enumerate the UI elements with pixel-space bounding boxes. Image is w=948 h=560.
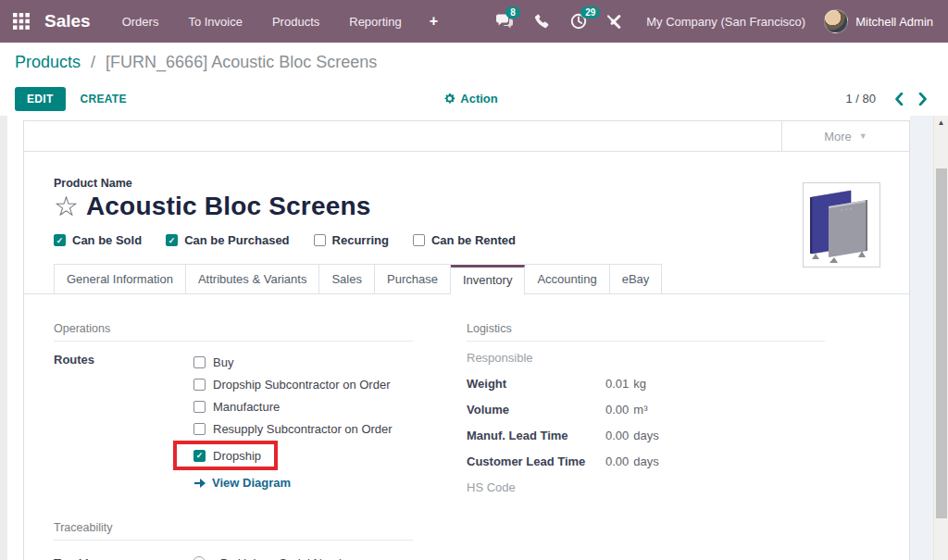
pager-next-button[interactable] (913, 91, 933, 107)
chevron-down-icon: ▼ (859, 131, 867, 141)
checkbox-unchecked-icon (413, 234, 425, 246)
form-sheet: More ▼ (23, 120, 910, 560)
route-dropship-checkbox[interactable]: Dropship (193, 444, 261, 467)
messages-icon[interactable]: 8 (485, 0, 524, 43)
product-title[interactable]: Acoustic Bloc Screens (86, 192, 371, 221)
inventory-tab-content: Operations Routes Buy Dropship Su (54, 294, 909, 560)
radio-unchecked-icon (193, 556, 206, 560)
checkbox-checked-icon (193, 450, 206, 462)
product-name-label: Product Name (54, 177, 909, 190)
arrow-right-icon (193, 478, 206, 489)
checkbox-unchecked-icon (193, 356, 206, 368)
can-be-purchased-checkbox[interactable]: Can be Purchased (166, 233, 289, 247)
breadcrumb-separator: / (85, 53, 101, 71)
checkbox-checked-icon (54, 234, 66, 246)
user-name: Mitchell Admin (855, 15, 933, 29)
main-menu: Orders To Invoice Products Reporting + (107, 13, 451, 30)
tab-general-information[interactable]: General Information (54, 264, 186, 294)
checkbox-unchecked-icon (193, 423, 206, 435)
recurring-checkbox[interactable]: Recurring (314, 233, 389, 247)
user-menu[interactable]: Mitchell Admin (818, 9, 939, 33)
weight-unit: kg (633, 377, 646, 391)
product-flags: Can be Sold Can be Purchased Recurring C… (54, 233, 909, 247)
red-highlight-annotation: Dropship (173, 441, 278, 470)
left-gutter (0, 116, 7, 560)
menu-products[interactable]: Products (257, 13, 334, 30)
pager-value: 1 / 80 (845, 92, 876, 106)
route-resupply-subcontractor-checkbox[interactable]: Resupply Subcontractor on Order (193, 417, 393, 440)
responsible-field[interactable]: Responsible (467, 351, 825, 367)
breadcrumb-products-link[interactable]: Products (15, 53, 81, 71)
checkbox-unchecked-icon (193, 379, 206, 391)
view-diagram-link[interactable]: View Diagram (193, 476, 393, 490)
customer-lead-time-field[interactable]: Customer Lead Time 0.00days (467, 454, 825, 471)
menu-reporting[interactable]: Reporting (334, 13, 416, 30)
activities-clock-icon[interactable]: 29 (560, 0, 597, 43)
button-box: More ▼ (24, 121, 909, 152)
routes-field-label: Routes (54, 351, 193, 367)
can-be-rented-checkbox[interactable]: Can be Rented (413, 233, 516, 247)
volume-field[interactable]: Volume 0.00m³ (467, 403, 825, 419)
checkbox-unchecked-icon (314, 234, 326, 246)
breadcrumb-current: [FURN_6666] Acoustic Bloc Screens (106, 53, 377, 71)
form-view: More ▼ (0, 116, 948, 560)
debug-tools-icon[interactable] (597, 0, 633, 43)
company-switcher[interactable]: My Company (San Francisco) (633, 15, 818, 29)
tracking-field-label: Tracking (54, 556, 193, 560)
edit-button[interactable]: EDIT (15, 87, 66, 111)
logistics-group-title: Logistics (467, 322, 825, 342)
route-manufacture-checkbox[interactable]: Manufacture (193, 395, 393, 417)
scrollbar-thumb[interactable] (936, 168, 947, 518)
weight-field[interactable]: Weight 0.01kg (467, 377, 825, 393)
scroll-up-arrow-icon[interactable]: ▲ (934, 116, 948, 129)
notebook-tabs: General Information Attributes & Variant… (54, 264, 909, 294)
tab-purchase[interactable]: Purchase (375, 264, 451, 294)
manuf-lead-time-field[interactable]: Manuf. Lead Time 0.00days (467, 429, 825, 445)
checkbox-checked-icon (166, 234, 178, 246)
tab-ebay[interactable]: eBay (610, 264, 663, 294)
tab-sales[interactable]: Sales (319, 264, 375, 294)
tab-attributes-variants[interactable]: Attributes & Variants (186, 264, 320, 294)
menu-plus-icon[interactable]: + (417, 13, 451, 30)
routes-list: Buy Dropship Subcontractor on Order Manu… (193, 351, 393, 490)
volume-unit: m³ (633, 403, 647, 417)
top-navbar: Sales Orders To Invoice Products Reporti… (0, 0, 948, 43)
product-image[interactable] (803, 182, 880, 268)
more-label: More (824, 130, 852, 143)
gear-icon (443, 93, 455, 105)
checkbox-unchecked-icon (193, 401, 206, 413)
action-label: Action (460, 92, 497, 106)
app-name[interactable]: Sales (43, 11, 107, 31)
chevron-right-icon (918, 93, 928, 106)
tab-accounting[interactable]: Accounting (525, 264, 609, 294)
traceability-group-title: Traceability (54, 521, 413, 541)
messages-count-badge: 8 (505, 6, 520, 19)
menu-orders[interactable]: Orders (107, 13, 174, 30)
can-be-sold-checkbox[interactable]: Can be Sold (54, 233, 142, 247)
menu-to-invoice[interactable]: To Invoice (173, 13, 257, 30)
vertical-scrollbar[interactable]: ▲ (933, 116, 948, 560)
user-avatar (824, 9, 848, 33)
odoo-app-window: Sales Orders To Invoice Products Reporti… (0, 0, 948, 560)
more-dropdown-button[interactable]: More ▼ (781, 121, 909, 151)
action-menu-button[interactable]: Action (443, 92, 497, 106)
favorite-star-icon[interactable]: ☆ (54, 193, 79, 220)
breadcrumb: Products / [FURN_6666] Acoustic Bloc Scr… (15, 53, 377, 72)
operations-group-title: Operations (54, 322, 413, 342)
route-dropship-subcontractor-checkbox[interactable]: Dropship Subcontractor on Order (193, 373, 393, 395)
apps-grid-icon[interactable] (0, 13, 43, 30)
right-gutter (910, 116, 933, 560)
tracking-serial-radio[interactable]: By Unique Serial Numbers (193, 552, 362, 560)
hs-code-field[interactable]: HS Code (467, 480, 825, 497)
phone-icon[interactable] (524, 0, 560, 43)
tab-inventory[interactable]: Inventory (451, 265, 525, 295)
chevron-left-icon (894, 93, 904, 106)
control-panel: Products / [FURN_6666] Acoustic Bloc Scr… (0, 43, 948, 116)
pager-previous-button[interactable] (889, 91, 909, 107)
route-buy-checkbox[interactable]: Buy (193, 351, 393, 373)
traceability-group: Traceability Tracking By Unique Serial N… (54, 521, 413, 560)
create-button[interactable]: CREATE (81, 93, 127, 106)
pager: 1 / 80 (845, 91, 933, 107)
